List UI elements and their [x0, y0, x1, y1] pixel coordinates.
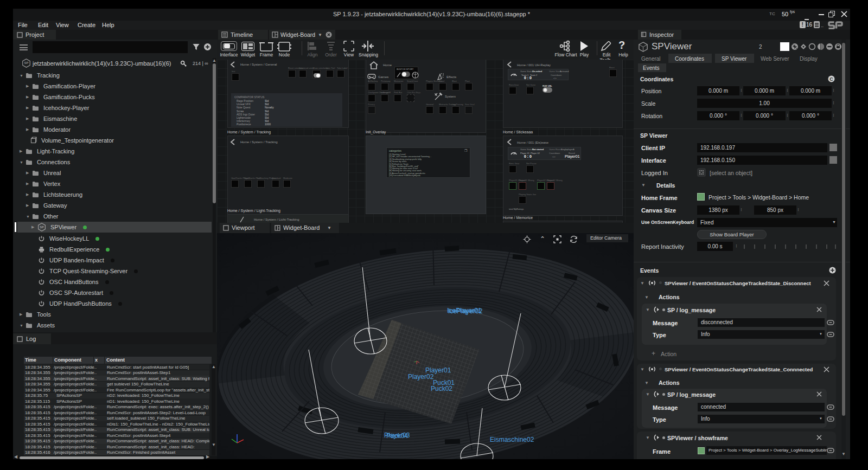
svg-text:C: C [829, 76, 833, 82]
svg-text:SP: SP [24, 61, 29, 65]
svg-text:SP: SP [40, 226, 44, 229]
